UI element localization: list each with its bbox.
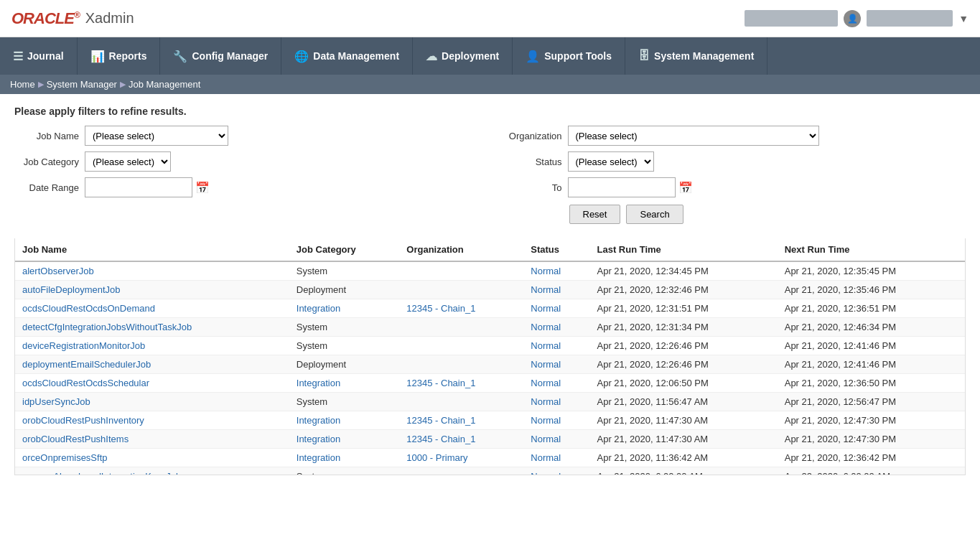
job-category-row: Job Category (Please select) [14,151,483,172]
breadcrumb: Home ▶ System Manager ▶ Job Management [0,75,980,94]
nav-data-management[interactable]: 🌐 Data Management [281,37,413,75]
table-row: orobCloudRestPushInventory Integration 1… [15,411,965,430]
nav-support-tools[interactable]: 👤 Support Tools [513,37,625,75]
job-name-link[interactable]: orobCloudRestPushItems [22,434,129,444]
nav-journal[interactable]: ☰ Journal [0,37,78,75]
table-row: alertObserverJob System Normal Apr 21, 2… [15,261,965,281]
status-select[interactable]: (Please select) [568,151,654,172]
breadcrumb-home[interactable]: Home [10,79,35,90]
cell-next-run: Apr 21, 2020, 12:47:30 PM [778,430,965,449]
results-table-wrapper[interactable]: Job Name Job Category Organization Statu… [14,238,966,475]
job-name-link[interactable]: ocdsCloudRestOcdsSchedular [22,378,149,388]
cell-organization: 12345 - Chain_1 [399,430,523,449]
cell-job-name[interactable]: detectCfgIntegrationJobsWithoutTaskJob [15,318,289,337]
to-calendar-icon[interactable]: 📅 [678,181,693,195]
cell-status: Normal [523,467,589,476]
cell-next-run: Apr 21, 2020, 12:35:45 PM [778,261,965,281]
cell-category: Deployment [289,355,400,374]
job-name-link[interactable]: deviceRegistrationMonitorJob [22,340,145,351]
nav-journal-label: Journal [27,50,64,62]
table-row: orceOnpremisesSftp Integration 1000 - Pr… [15,449,965,467]
cell-status: Normal [523,355,589,374]
header-search-input[interactable] [745,10,838,27]
date-range-input[interactable] [85,177,192,197]
job-name-link[interactable]: detectCfgIntegrationJobsWithoutTaskJob [22,322,192,332]
cell-next-run: Apr 21, 2020, 12:35:46 PM [778,281,965,299]
to-label: To [498,182,562,193]
job-name-link[interactable]: autoFileDeploymentJob [22,284,121,295]
cell-category: Integration [289,430,400,449]
main-content: Please apply filters to refine results. … [0,94,980,487]
oracle-logo: ORACLE® [11,9,80,28]
date-range-calendar-icon[interactable]: 📅 [195,181,210,195]
nav-data-management-label: Data Management [313,50,399,62]
header-dropdown-arrow[interactable]: ▼ [958,13,969,24]
organization-row: Organization (Please select) [498,126,966,146]
oracle-reg: ® [74,9,80,19]
nav-support-tools-label: Support Tools [544,50,612,62]
cell-organization [399,355,523,374]
cell-job-name[interactable]: alertObserverJob [15,261,289,281]
cell-job-name[interactable]: idpUserSyncJob [15,393,289,411]
job-name-select[interactable]: (Please select) [85,126,228,146]
cell-status: Normal [523,374,589,393]
cell-job-name[interactable]: orceOnpremisesSftp [15,449,289,467]
job-category-control: (Please select) [85,151,483,172]
breadcrumb-system-manager[interactable]: System Manager [47,79,117,90]
job-name-link[interactable]: alertObserverJob [22,266,94,276]
cell-organization [399,261,523,281]
cell-last-run: Apr 21, 2020, 11:47:30 AM [589,430,777,449]
cell-job-name[interactable]: ocdsCloudRestOcdsOnDemand [15,299,289,318]
deployment-icon: ☁ [426,50,437,63]
oracle-text: ORACLE [11,9,74,27]
nav-deployment[interactable]: ☁ Deployment [413,37,513,75]
search-button[interactable]: Search [626,205,683,224]
button-row: Reset Search [569,205,966,224]
job-name-link[interactable]: orobCloudRestPushInventory [22,415,144,426]
job-category-select[interactable]: (Please select) [85,151,171,172]
cell-job-name[interactable]: removeAbandonedIntegrationKeysJob [15,467,289,476]
table-row: orobCloudRestPushItems Integration 12345… [15,430,965,449]
job-name-link[interactable]: orceOnpremisesSftp [22,452,108,463]
col-last-run: Last Run Time [589,238,777,261]
cell-job-name[interactable]: autoFileDeploymentJob [15,281,289,299]
breadcrumb-current: Job Management [129,79,200,90]
breadcrumb-arrow-2: ▶ [120,80,126,89]
cell-category: System [289,467,400,476]
cell-last-run: Apr 21, 2020, 12:31:51 PM [589,299,777,318]
cell-status: Normal [523,393,589,411]
cell-next-run: Apr 21, 2020, 12:36:50 PM [778,374,965,393]
table-row: ocdsCloudRestOcdsSchedular Integration 1… [15,374,965,393]
to-date-input[interactable] [568,177,676,197]
organization-label: Organization [498,131,562,141]
cell-job-name[interactable]: deploymentEmailSchedulerJob [15,355,289,374]
cell-job-name[interactable]: orobCloudRestPushInventory [15,411,289,430]
job-name-link[interactable]: idpUserSyncJob [22,396,90,407]
filter-right: Organization (Please select) Status (Ple… [498,126,966,224]
table-row: deviceRegistrationMonitorJob System Norm… [15,337,965,355]
cell-status: Normal [523,411,589,430]
nav-bar: ☰ Journal 📊 Reports 🔧 Config Manager 🌐 D… [0,37,980,75]
organization-select[interactable]: (Please select) [568,126,819,146]
support-tools-icon: 👤 [526,50,540,63]
cell-last-run: Apr 21, 2020, 12:31:34 PM [589,318,777,337]
cell-job-name[interactable]: deviceRegistrationMonitorJob [15,337,289,355]
app-name: Xadmin [85,10,134,27]
reset-button[interactable]: Reset [569,205,621,224]
cell-category: System [289,393,400,411]
nav-reports[interactable]: 📊 Reports [78,37,161,75]
date-range-row: Date Range 📅 [14,177,483,197]
cell-job-name[interactable]: orobCloudRestPushItems [15,430,289,449]
job-name-link[interactable]: removeAbandonedIntegrationKeysJob [22,471,181,475]
cell-organization: 12345 - Chain_1 [399,374,523,393]
cell-status: Normal [523,337,589,355]
nav-config-manager-label: Config Manager [192,50,268,62]
job-name-link[interactable]: ocdsCloudRestOcdsOnDemand [22,303,155,314]
job-name-link[interactable]: deploymentEmailSchedulerJob [22,359,151,370]
cell-job-name[interactable]: ocdsCloudRestOcdsSchedular [15,374,289,393]
user-name-input[interactable] [867,10,953,27]
nav-system-management[interactable]: 🗄 System Management [625,37,767,75]
cell-category: Integration [289,449,400,467]
nav-config-manager[interactable]: 🔧 Config Manager [160,37,281,75]
cell-category: Integration [289,411,400,430]
